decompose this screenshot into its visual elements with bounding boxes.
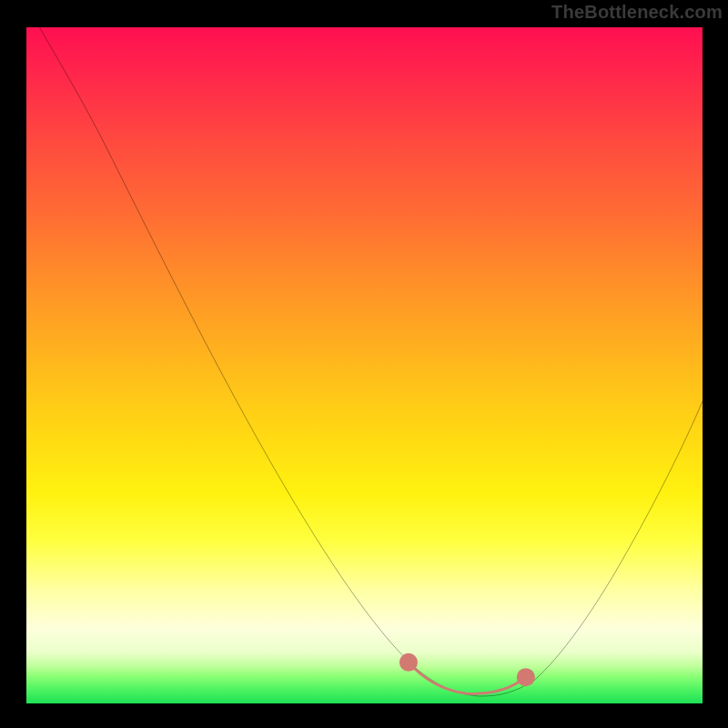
curve-layer xyxy=(25,26,703,704)
bottleneck-curve xyxy=(39,26,703,696)
plot-area xyxy=(25,26,703,704)
optimal-band xyxy=(409,662,526,694)
optimal-dot-right xyxy=(517,668,535,686)
optimal-dot-left xyxy=(399,653,418,672)
watermark-text: TheBottleneck.com xyxy=(551,2,723,23)
chart-stage: TheBottleneck.com xyxy=(0,0,728,728)
